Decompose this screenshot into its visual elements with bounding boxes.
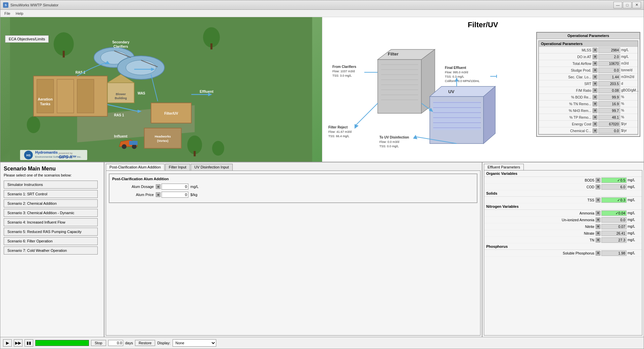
effluent-unit-2-0: mg/L xyxy=(627,211,640,215)
op-param-icon-11[interactable]: ⊞ xyxy=(593,122,597,126)
scenario-btn-0[interactable]: Simulator Instructions xyxy=(4,181,98,189)
scenario-btn-5[interactable]: Scenario 5: Reduced RAS Pumping Capacity xyxy=(4,228,98,236)
scenario-btn-1[interactable]: Scenario 1: SRT Control xyxy=(4,190,98,198)
display-label: Display: xyxy=(157,341,170,345)
scenario-btn-3[interactable]: Scenario 3: Chemical Addition - Dynamic xyxy=(4,209,98,217)
close-button[interactable]: ✕ xyxy=(632,2,641,8)
op-param-icon-2[interactable]: ⊞ xyxy=(593,61,597,66)
pause-button[interactable]: ▮▮ xyxy=(25,339,33,347)
svg-marker-94 xyxy=(496,75,497,78)
alum-price-label: Alum Price xyxy=(112,193,156,197)
op-params-panel: Operational Parameters Operational Param… xyxy=(536,32,640,137)
svg-text:Clarifiers: Clarifiers xyxy=(113,45,128,48)
alum-price-unit: $/kg xyxy=(190,193,197,197)
days-label: days xyxy=(125,341,133,345)
op-params-inner: Operational Parameters MLSS ⊞ 2984 mg/L … xyxy=(538,40,638,135)
stop-button[interactable]: Stop xyxy=(91,340,106,346)
effluent-row-0-1: COD ⊞ 6.0 mg/L xyxy=(484,184,642,190)
svg-text:Flow:   1037 m3/d: Flow: 1037 m3/d xyxy=(332,70,355,73)
tab-post-clarification[interactable]: Post-Clarification Alum Addition xyxy=(106,164,165,170)
tab-uv-disinfection[interactable]: UV Disinfection Input xyxy=(191,164,233,170)
effluent-label-2-2: Nitrite xyxy=(486,225,596,229)
alum-dosage-input[interactable] xyxy=(162,184,188,190)
scenario-subtitle: Please select one of the scenarios below… xyxy=(4,173,100,177)
svg-text:Filter/UV: Filter/UV xyxy=(164,112,178,115)
op-param-icon-4[interactable]: ⊞ xyxy=(593,75,597,79)
alum-price-row: Alum Price ⊞ $/kg xyxy=(112,192,474,198)
step-forward-button[interactable]: ▶▶ xyxy=(14,339,22,347)
effluent-tab[interactable]: Effluent Parameters xyxy=(484,164,524,170)
effluent-row-3-0: Soluble Phosphorus ⊞ 1.98 mg/L xyxy=(484,250,642,257)
op-param-value-4: 1.44 xyxy=(598,74,620,80)
alum-dosage-icon[interactable]: ⊞ xyxy=(156,184,160,189)
effluent-icon-3-0[interactable]: ⊞ xyxy=(596,251,600,256)
minimize-button[interactable]: — xyxy=(613,2,622,8)
op-param-icon-6[interactable]: ⊞ xyxy=(593,88,597,93)
alum-price-input[interactable] xyxy=(162,192,188,198)
op-param-unit-11: $/yr xyxy=(620,122,636,126)
op-param-icon-5[interactable]: ⊞ xyxy=(593,81,597,86)
effluent-row-2-4: TN ⊞ 27.3 mg/L xyxy=(484,237,642,243)
alum-dosage-row: Alum Dosage ⊞ mg/L xyxy=(112,184,474,190)
restore-button[interactable]: Restore xyxy=(135,340,155,346)
scenario-title: Scenario Main Menu xyxy=(4,166,100,172)
scenario-btn-4[interactable]: Scenario 4: Increased Influent Flow xyxy=(4,218,98,226)
op-param-value-12: 0.0 xyxy=(598,128,620,133)
svg-text:Coliform:   0.0 MPN/100mL: Coliform: 0.0 MPN/100mL xyxy=(445,79,480,83)
op-param-unit-2: m3/d xyxy=(620,62,636,65)
op-param-value-5: 203.5 xyxy=(598,81,620,86)
effluent-label-2-1: Un-ionized Ammonia xyxy=(486,218,596,222)
svg-rect-62 xyxy=(378,60,421,113)
play-button[interactable]: ▶ xyxy=(3,339,12,347)
op-param-label-9: % NH3 Rem... xyxy=(540,109,593,113)
effluent-icon-1-0[interactable]: ⊞ xyxy=(596,198,600,202)
effluent-icon-2-4[interactable]: ⊞ xyxy=(596,238,600,242)
effluent-icon-2-3[interactable]: ⊞ xyxy=(596,231,600,236)
op-param-icon-10[interactable]: ⊞ xyxy=(593,115,597,120)
op-param-icon-9[interactable]: ⊞ xyxy=(593,108,597,113)
display-select[interactable]: None Flow BOD TSS TN TP xyxy=(173,339,216,347)
effluent-icon-0-0[interactable]: ⊞ xyxy=(596,178,600,183)
effluent-label-2-3: Nitrate xyxy=(486,231,596,235)
svg-line-98 xyxy=(356,103,378,125)
scenario-buttons: Simulator InstructionsScenario 1: SRT Co… xyxy=(4,181,100,255)
effluent-icon-2-0[interactable]: ⊞ xyxy=(596,211,600,216)
maximize-button[interactable]: □ xyxy=(623,2,632,8)
op-param-icon-3[interactable]: ⊞ xyxy=(593,68,597,73)
days-input[interactable] xyxy=(108,340,123,346)
op-param-icon-12[interactable]: ⊞ xyxy=(593,128,597,133)
effluent-section-title-2: Nitrogen Variables xyxy=(484,203,642,210)
svg-text:powered by: powered by xyxy=(59,152,73,155)
op-param-unit-1: mg/L xyxy=(620,55,636,59)
op-param-icon-1[interactable]: ⊞ xyxy=(593,54,597,59)
alum-price-icon[interactable]: ⊞ xyxy=(156,192,160,197)
effluent-label-1-0: TSS xyxy=(486,198,596,202)
op-param-icon-8[interactable]: ⊞ xyxy=(593,102,597,106)
bottom-toolbar: ▶ ▶▶ ▮▮ Stop days Restore Display: None … xyxy=(0,337,644,349)
effluent-unit-1-0: mg/L xyxy=(627,198,640,202)
scenario-btn-2[interactable]: Scenario 2: Chemical Addition xyxy=(4,199,98,207)
scenario-btn-6[interactable]: Scenario 6: Filter Operation xyxy=(4,237,98,245)
scenario-btn-7[interactable]: Scenario 7: Cold Weather Operation xyxy=(4,246,98,255)
op-param-value-6: 0.08 xyxy=(598,88,620,93)
effluent-label-3-0: Soluble Phosphorus xyxy=(486,251,596,255)
menu-file[interactable]: File xyxy=(2,11,13,16)
effluent-value-2-0: ✓0.04 xyxy=(601,210,627,216)
svg-rect-84 xyxy=(433,102,480,130)
scenario-menu: Scenario Main Menu Please select one of … xyxy=(0,162,104,337)
effluent-icon-2-2[interactable]: ⊞ xyxy=(596,224,600,229)
op-param-row-5: SRT ⊞ 203.5 d xyxy=(539,80,638,87)
effluent-panel: Effluent Parameters Organic Variables BO… xyxy=(482,162,644,337)
svg-point-40 xyxy=(122,144,127,149)
eca-objectives-button[interactable]: ECA Objectives/Limits xyxy=(5,35,49,43)
svg-text:TSS:    0.0 mg/L: TSS: 0.0 mg/L xyxy=(379,145,399,148)
effluent-icon-0-1[interactable]: ⊞ xyxy=(596,185,600,189)
op-param-value-3: 0.0 xyxy=(598,68,620,73)
effluent-icon-2-1[interactable]: ⊞ xyxy=(596,218,600,222)
tab-filter-input[interactable]: Filter Input xyxy=(165,164,190,170)
op-param-icon-7[interactable]: ⊞ xyxy=(593,95,597,100)
op-param-icon-0[interactable]: ⊞ xyxy=(593,48,597,52)
effluent-label-2-0: Ammonia xyxy=(486,211,596,215)
svg-text:Tanks: Tanks xyxy=(40,102,50,106)
menu-help[interactable]: Help xyxy=(13,11,26,16)
